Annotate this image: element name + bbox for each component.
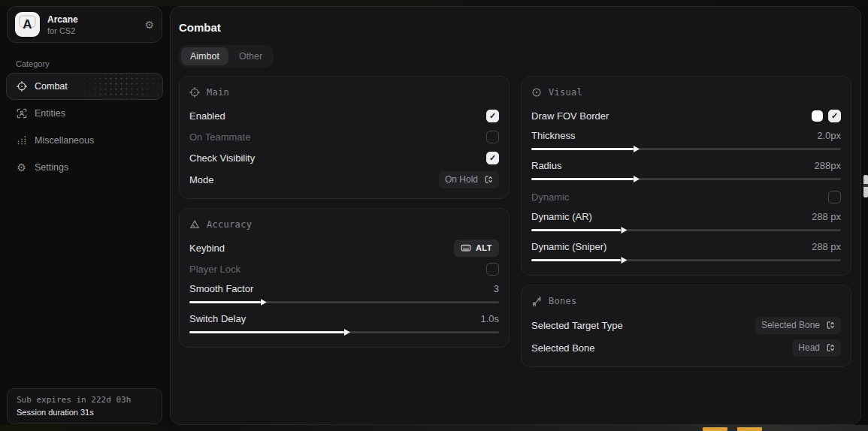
- sidebar: A Arcane for CS2 ⚙ Category CombatEntiti…: [6, 6, 163, 425]
- slider-value: 1.0s: [480, 313, 499, 324]
- app-name: Arcane: [47, 14, 144, 25]
- row-label: Check Visibility: [189, 152, 255, 164]
- slider-thumb[interactable]: [634, 146, 640, 152]
- checkbox[interactable]: [486, 131, 499, 143]
- row-label: Switch Delay: [189, 313, 246, 324]
- row-label: Thickness: [531, 130, 576, 141]
- select-dropdown[interactable]: On Hold: [439, 171, 499, 188]
- card-main: MainEnabled✓On TeammateCheck Visibility✓…: [179, 76, 510, 199]
- select-row: ModeOn Hold: [189, 168, 499, 191]
- slider-fill: [189, 331, 344, 333]
- checkbox[interactable]: ✓: [486, 152, 499, 164]
- category-nav: CombatEntitiesMiscellaneous⚙Settings: [6, 73, 163, 181]
- toggle-row: Player Lock: [189, 258, 499, 279]
- crosshair-icon: [189, 87, 200, 98]
- select-row: Selected Target TypeSelected Bone: [531, 314, 841, 336]
- main-panel: Combat AimbotOther MainEnabled✓On Teamma…: [170, 6, 861, 425]
- card-title: Main: [207, 87, 229, 98]
- app-subtitle: for CS2: [47, 26, 144, 35]
- app-meta: Arcane for CS2: [47, 14, 144, 35]
- checkbox[interactable]: ✓: [486, 110, 499, 122]
- keybind-value: ALT: [476, 243, 492, 252]
- row-label: On Teammate: [189, 131, 250, 143]
- page-title: Combat: [179, 21, 221, 34]
- row-label: Keybind: [189, 243, 225, 254]
- slider-value: 3: [494, 283, 499, 294]
- sidebar-item-combat[interactable]: Combat: [6, 73, 163, 100]
- slider-row: Dynamic (AR)288 px: [531, 207, 841, 237]
- slider-thumb[interactable]: [261, 299, 267, 306]
- slider-track[interactable]: [531, 259, 841, 261]
- slider-row: Smooth Factor3: [189, 279, 499, 309]
- card-header: Main: [189, 86, 499, 99]
- session-duration-text: Session duration 31s: [17, 408, 153, 417]
- card-title: Visual: [549, 87, 582, 98]
- slider-value: 288 px: [812, 241, 841, 252]
- cards-column-right: VisualDraw FOV Border✓Thickness2.0pxRadi…: [521, 76, 851, 367]
- settings-gear-icon[interactable]: ⚙: [144, 20, 154, 30]
- sidebar-item-label: Combat: [35, 81, 68, 92]
- slider-track[interactable]: [531, 229, 841, 231]
- slider-thumb[interactable]: [634, 176, 640, 182]
- sidebar-item-label: Miscellaneous: [35, 135, 94, 146]
- keybind-button[interactable]: ALT: [454, 240, 499, 257]
- circle-dot-icon: [531, 87, 542, 98]
- select-value: Selected Bone: [761, 320, 820, 330]
- slider-thumb[interactable]: [621, 257, 627, 264]
- background-sliver-top: [0, 0, 868, 6]
- sidebar-item-label: Settings: [35, 162, 68, 173]
- slider-value: 2.0px: [817, 130, 841, 141]
- row-label: Player Lock: [189, 264, 240, 275]
- slider-thumb[interactable]: [344, 329, 350, 336]
- checkbox[interactable]: [828, 191, 841, 203]
- toggle-row: Enabled✓: [189, 105, 499, 126]
- tab-bar: AimbotOther: [179, 45, 274, 68]
- slider-track[interactable]: [189, 301, 499, 303]
- select-updown-icon: [826, 343, 835, 352]
- gear-icon: ⚙: [16, 162, 27, 173]
- checkbox[interactable]: ✓: [828, 110, 841, 122]
- sidebar-item-label: Entities: [35, 108, 65, 119]
- slider-fill: [531, 178, 634, 180]
- row-label: Mode: [189, 174, 214, 185]
- slider-thumb[interactable]: [621, 227, 627, 234]
- app-header-card: A Arcane for CS2 ⚙: [7, 6, 162, 43]
- select-dropdown[interactable]: Selected Bone: [755, 317, 841, 334]
- select-value: On Hold: [445, 174, 478, 185]
- slider-track[interactable]: [531, 178, 841, 180]
- row-label: Smooth Factor: [189, 283, 253, 294]
- row-label: Selected Bone: [531, 342, 595, 354]
- card-header: Bones: [531, 294, 841, 308]
- slider-track[interactable]: [189, 331, 499, 333]
- row-label: Draw FOV Border: [531, 110, 609, 122]
- select-dropdown[interactable]: Head: [792, 339, 841, 357]
- keybind-row: KeybindALT: [189, 237, 499, 258]
- sidebar-item-entities[interactable]: Entities: [6, 100, 163, 127]
- slider-fill: [189, 301, 261, 303]
- slider-row: Dynamic (Sniper)288 px: [531, 237, 841, 267]
- slider-fill: [531, 229, 621, 231]
- scan-entity-icon: [16, 108, 27, 119]
- select-value: Head: [798, 342, 820, 353]
- cheat-overlay: A Arcane for CS2 ⚙ Category CombatEntiti…: [0, 0, 868, 431]
- slider-track[interactable]: [531, 148, 841, 150]
- slider-value: 288px: [815, 160, 841, 171]
- select-row: Selected BoneHead: [531, 336, 841, 359]
- row-label: Selected Target Type: [531, 320, 623, 331]
- background-yellow-sliver: [703, 427, 727, 431]
- card-visual: VisualDraw FOV Border✓Thickness2.0pxRadi…: [521, 76, 851, 276]
- sub-expires-text: Sub expires in 222d 03h: [17, 395, 153, 405]
- sidebar-item-miscellaneous[interactable]: Miscellaneous: [6, 127, 163, 154]
- card-header: Visual: [531, 86, 841, 99]
- checkbox[interactable]: [486, 263, 499, 276]
- row-label: Enabled: [189, 110, 225, 122]
- color-swatch[interactable]: [812, 110, 823, 122]
- crosshair-icon: [16, 81, 27, 92]
- toggle-row: Dynamic: [531, 186, 841, 207]
- slider-fill: [531, 148, 634, 150]
- tab-other[interactable]: Other: [230, 47, 271, 65]
- sidebar-item-settings[interactable]: ⚙Settings: [6, 154, 163, 181]
- tab-aimbot[interactable]: Aimbot: [181, 47, 228, 65]
- color-toggle-row: Draw FOV Border✓: [531, 105, 841, 126]
- cards-column-left: MainEnabled✓On TeammateCheck Visibility✓…: [179, 76, 510, 348]
